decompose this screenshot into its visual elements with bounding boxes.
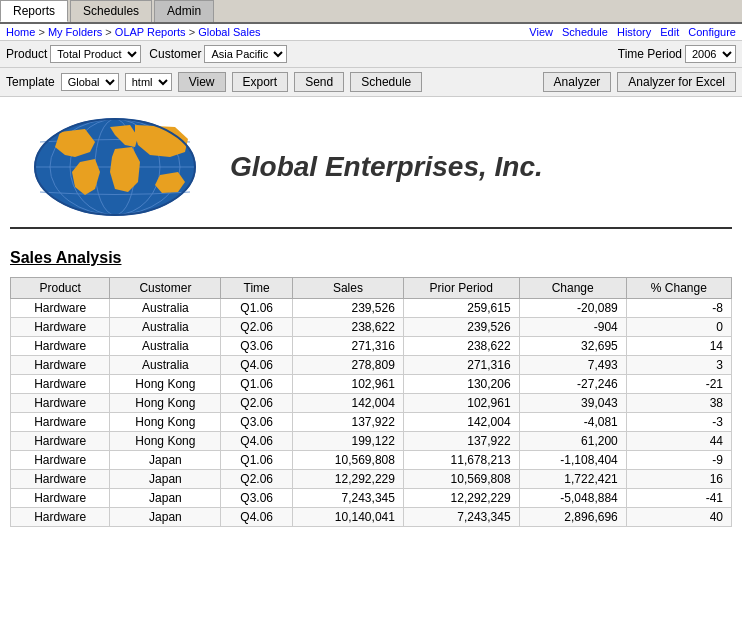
tab-schedules[interactable]: Schedules: [70, 0, 152, 22]
table-cell: -3: [626, 413, 731, 432]
section-title: Sales Analysis: [10, 249, 732, 267]
table-cell: Hardware: [11, 489, 110, 508]
table-cell: -27,246: [519, 375, 626, 394]
table-cell: -41: [626, 489, 731, 508]
table-cell: 7,243,345: [292, 489, 403, 508]
customer-select[interactable]: Asia Pacific: [204, 45, 287, 63]
product-select[interactable]: Total Product: [50, 45, 141, 63]
table-cell: 259,615: [403, 299, 519, 318]
export-button[interactable]: Export: [232, 72, 289, 92]
time-period-select[interactable]: 2006: [685, 45, 736, 63]
table-cell: 61,200: [519, 432, 626, 451]
table-cell: Hardware: [11, 394, 110, 413]
product-filter: Product Total Product: [6, 45, 141, 63]
col-header-product: Product: [11, 278, 110, 299]
table-cell: 271,316: [403, 356, 519, 375]
customer-label: Customer: [149, 47, 201, 61]
table-cell: Hong Kong: [110, 432, 221, 451]
table-cell: 38: [626, 394, 731, 413]
table-cell: 0: [626, 318, 731, 337]
table-cell: Japan: [110, 470, 221, 489]
breadcrumb-myfolders[interactable]: My Folders: [48, 26, 102, 38]
table-cell: 130,206: [403, 375, 519, 394]
table-cell: 137,922: [292, 413, 403, 432]
table-cell: Q4.06: [221, 508, 293, 527]
table-cell: 239,526: [292, 299, 403, 318]
table-cell: 12,292,229: [292, 470, 403, 489]
table-cell: 12,292,229: [403, 489, 519, 508]
table-cell: -1,108,404: [519, 451, 626, 470]
company-name: Global Enterprises, Inc.: [230, 151, 543, 183]
breadcrumb-home[interactable]: Home: [6, 26, 35, 38]
table-cell: 238,622: [403, 337, 519, 356]
table-cell: Q2.06: [221, 318, 293, 337]
format-select[interactable]: html: [125, 73, 172, 91]
table-cell: Hardware: [11, 356, 110, 375]
col-header-change: Change: [519, 278, 626, 299]
table-cell: Q1.06: [221, 299, 293, 318]
send-button[interactable]: Send: [294, 72, 344, 92]
schedule-button[interactable]: Schedule: [350, 72, 422, 92]
breadcrumb-olapreports[interactable]: OLAP Reports: [115, 26, 186, 38]
analyzer-button[interactable]: Analyzer: [543, 72, 612, 92]
link-edit[interactable]: Edit: [660, 26, 679, 38]
customer-filter: Customer Asia Pacific: [149, 45, 287, 63]
table-cell: Hardware: [11, 432, 110, 451]
time-period-filter: Time Period 2006: [618, 45, 736, 63]
table-cell: Australia: [110, 299, 221, 318]
table-cell: Q1.06: [221, 451, 293, 470]
table-cell: 16: [626, 470, 731, 489]
table-cell: Hardware: [11, 375, 110, 394]
table-cell: 142,004: [292, 394, 403, 413]
col-header-sales: Sales: [292, 278, 403, 299]
table-cell: 7,493: [519, 356, 626, 375]
template-select[interactable]: Global: [61, 73, 119, 91]
sales-table: Product Customer Time Sales Prior Period…: [10, 277, 732, 527]
tab-admin[interactable]: Admin: [154, 0, 214, 22]
analyzer-excel-button[interactable]: Analyzer for Excel: [617, 72, 736, 92]
table-cell: Hong Kong: [110, 394, 221, 413]
table-row: HardwareHong KongQ4.06199,122137,92261,2…: [11, 432, 732, 451]
table-cell: -5,048,884: [519, 489, 626, 508]
table-cell: -20,089: [519, 299, 626, 318]
link-schedule[interactable]: Schedule: [562, 26, 608, 38]
table-cell: Q4.06: [221, 356, 293, 375]
table-cell: 239,526: [403, 318, 519, 337]
filter-bar: Product Total Product Customer Asia Paci…: [0, 41, 742, 68]
tab-reports[interactable]: Reports: [0, 0, 68, 22]
report-header: Global Enterprises, Inc.: [10, 107, 732, 229]
table-row: HardwareJapanQ1.0610,569,80811,678,213-1…: [11, 451, 732, 470]
col-header-prior: Prior Period: [403, 278, 519, 299]
table-cell: 278,809: [292, 356, 403, 375]
table-cell: 1,722,421: [519, 470, 626, 489]
link-history[interactable]: History: [617, 26, 651, 38]
col-header-pctchange: % Change: [626, 278, 731, 299]
table-cell: 11,678,213: [403, 451, 519, 470]
table-header-row: Product Customer Time Sales Prior Period…: [11, 278, 732, 299]
table-row: HardwareHong KongQ2.06142,004102,96139,0…: [11, 394, 732, 413]
table-cell: 7,243,345: [403, 508, 519, 527]
breadcrumb-globalsales[interactable]: Global Sales: [198, 26, 260, 38]
top-links: View Schedule History Edit Configure: [523, 26, 736, 38]
table-cell: 44: [626, 432, 731, 451]
table-cell: Q1.06: [221, 375, 293, 394]
table-cell: Hardware: [11, 508, 110, 527]
table-cell: -9: [626, 451, 731, 470]
table-row: HardwareHong KongQ3.06137,922142,004-4,0…: [11, 413, 732, 432]
time-period-label: Time Period: [618, 47, 682, 61]
table-cell: Hong Kong: [110, 413, 221, 432]
table-cell: Japan: [110, 508, 221, 527]
col-header-customer: Customer: [110, 278, 221, 299]
table-cell: Q2.06: [221, 470, 293, 489]
product-label: Product: [6, 47, 47, 61]
table-cell: 39,043: [519, 394, 626, 413]
table-row: HardwareJapanQ4.0610,140,0417,243,3452,8…: [11, 508, 732, 527]
template-label: Template: [6, 75, 55, 89]
table-cell: 2,896,696: [519, 508, 626, 527]
link-view[interactable]: View: [529, 26, 553, 38]
table-row: HardwareAustraliaQ1.06239,526259,615-20,…: [11, 299, 732, 318]
table-cell: 271,316: [292, 337, 403, 356]
link-configure[interactable]: Configure: [688, 26, 736, 38]
view-button[interactable]: View: [178, 72, 226, 92]
table-cell: Q3.06: [221, 489, 293, 508]
